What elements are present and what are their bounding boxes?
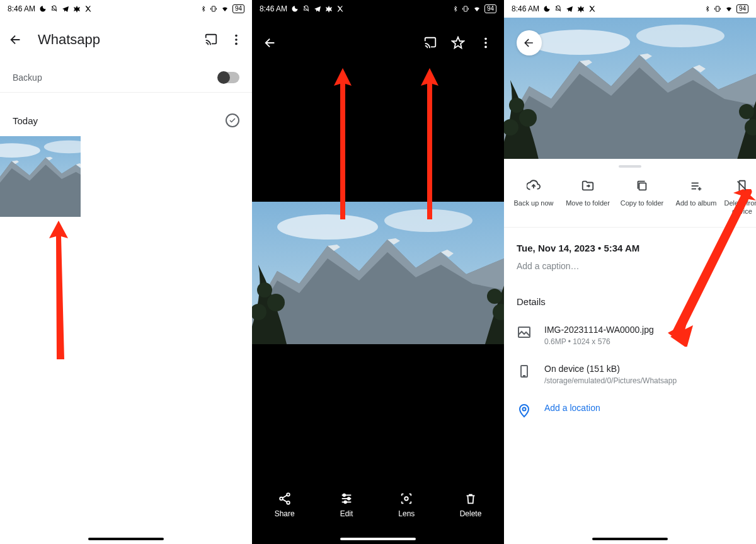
bluetooth-icon [452, 5, 459, 13]
photo-preview[interactable] [504, 18, 756, 159]
annotation-arrow [49, 221, 68, 359]
photo-date: Tue, Nov 14, 2023 • 5:34 AM [517, 243, 743, 253]
backup-now-button[interactable]: Back up now [507, 179, 561, 216]
phone-icon [517, 364, 532, 379]
gesture-bar [340, 538, 416, 540]
album-header: Whatsapp [0, 24, 252, 55]
file-name: IMG-20231114-WA0000.jpg [544, 325, 743, 335]
x-icon [336, 5, 344, 13]
svg-point-20 [484, 42, 487, 44]
vibrate-icon [462, 5, 469, 13]
select-all-icon[interactable] [226, 113, 239, 127]
status-bar: 8:46 AM 94 [252, 0, 504, 18]
delete-from-device-button[interactable]: Delete from device [723, 179, 756, 216]
photo-viewer-pane: 8:46 AM 94 Share [252, 0, 504, 544]
x-icon [84, 5, 92, 13]
svg-rect-36 [639, 183, 646, 190]
viewer-bottom-bar: Share Edit Lens Delete [252, 485, 504, 525]
more-icon[interactable] [229, 33, 243, 47]
pinwheel-icon [577, 5, 585, 13]
dnd-icon [554, 5, 562, 13]
more-icon[interactable] [479, 36, 493, 50]
svg-rect-16 [464, 6, 467, 11]
moon-icon [291, 5, 299, 13]
storage-details-row: On device (151 kB) /storage/emulated/0/P… [517, 364, 743, 385]
status-bar: 8:46 AM 94 [0, 0, 252, 18]
photo-full[interactable] [252, 202, 504, 344]
action-row: Back up now Move to folder Copy to folde… [504, 175, 756, 228]
details-sheet: Back up now Move to folder Copy to folde… [504, 159, 756, 544]
telegram-icon [62, 5, 69, 13]
moon-icon [543, 5, 551, 13]
cast-icon[interactable] [204, 33, 218, 47]
svg-point-21 [484, 46, 487, 49]
storage-title: On device (151 kB) [544, 364, 743, 374]
viewer-header [252, 28, 504, 58]
moon-icon [39, 5, 47, 13]
svg-point-14 [235, 43, 238, 45]
status-time: 8:46 AM [8, 4, 35, 13]
back-icon[interactable] [9, 33, 23, 47]
wifi-icon [220, 5, 229, 13]
storage-path: /storage/emulated/0/Pictures/Whatsapp [544, 376, 743, 385]
status-bar: 8:46 AM 94 [504, 0, 756, 18]
svg-point-12 [235, 35, 238, 37]
move-to-folder-button[interactable]: Move to folder [561, 179, 615, 216]
back-button[interactable] [517, 30, 542, 55]
svg-point-29 [348, 497, 350, 500]
dnd-icon [50, 5, 58, 13]
caption-input[interactable]: Add a caption… [517, 261, 743, 271]
svg-point-45 [523, 408, 526, 411]
sheet-handle[interactable] [619, 165, 641, 168]
battery-level: 94 [736, 4, 748, 13]
share-button[interactable]: Share [275, 492, 295, 518]
telegram-icon [566, 5, 573, 13]
section-header: Today [0, 107, 252, 134]
add-to-album-button[interactable]: Add to album [669, 179, 723, 216]
star-icon[interactable] [451, 36, 465, 50]
back-icon[interactable] [263, 36, 277, 50]
backup-toggle[interactable] [218, 72, 239, 83]
details-heading: Details [517, 296, 743, 307]
svg-point-19 [484, 38, 487, 40]
status-time: 8:46 AM [512, 4, 539, 13]
vibrate-icon [210, 5, 217, 13]
svg-rect-33 [716, 6, 719, 11]
album-title: Whatsapp [38, 32, 204, 48]
file-details-row: IMG-20231114-WA0000.jpg 0.6MP • 1024 x 5… [517, 325, 743, 346]
svg-rect-9 [212, 6, 215, 11]
vibrate-icon [714, 5, 721, 13]
svg-point-13 [235, 38, 238, 41]
location-icon [517, 403, 532, 418]
add-location-label: Add a location [544, 403, 743, 413]
photo-thumbnail[interactable] [0, 136, 81, 217]
pinwheel-icon [325, 5, 333, 13]
annotation-arrow [421, 68, 438, 219]
x-icon [588, 5, 596, 13]
image-icon [517, 325, 532, 340]
file-dims: 0.6MP • 1024 x 576 [544, 337, 743, 346]
section-label: Today [13, 115, 38, 126]
wifi-icon [724, 5, 733, 13]
location-row[interactable]: Add a location [517, 403, 743, 418]
status-time: 8:46 AM [260, 4, 287, 13]
svg-point-28 [343, 494, 346, 497]
lens-button[interactable]: Lens [398, 492, 415, 518]
album-view-pane: 8:46 AM 94 Whatsapp Backup Today [0, 0, 252, 544]
cast-icon[interactable] [423, 36, 437, 50]
svg-point-30 [344, 501, 346, 504]
backup-row: Backup [0, 63, 252, 93]
bluetooth-icon [200, 5, 207, 13]
battery-level: 94 [232, 4, 244, 13]
annotation-arrow [334, 68, 352, 219]
telegram-icon [314, 5, 321, 13]
copy-to-folder-button[interactable]: Copy to folder [615, 179, 669, 216]
photo-details-pane: 8:46 AM 94 Back up now Move [504, 0, 756, 544]
dnd-icon [302, 5, 310, 13]
delete-button[interactable]: Delete [460, 492, 482, 518]
wifi-icon [472, 5, 481, 13]
gesture-bar [88, 538, 164, 540]
edit-button[interactable]: Edit [340, 492, 353, 518]
battery-level: 94 [484, 4, 496, 13]
pinwheel-icon [73, 5, 81, 13]
